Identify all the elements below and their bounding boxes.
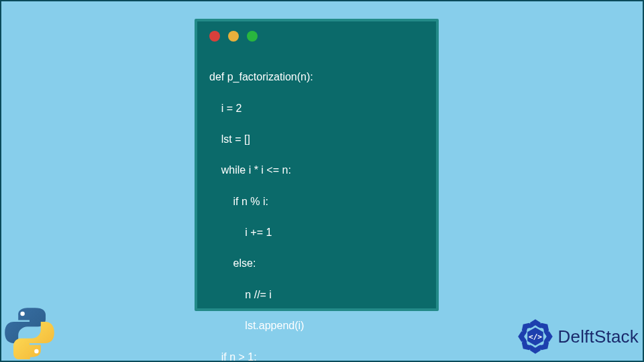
- code-line: i += 1: [209, 225, 424, 240]
- code-line: lst.append(i): [209, 318, 424, 333]
- minimize-dot-icon: [228, 31, 239, 42]
- code-line: if n % i:: [209, 194, 424, 209]
- svg-text:</>: </>: [528, 333, 541, 341]
- code-body: def p_factorization(n): i = 2 lst = [] w…: [197, 46, 436, 362]
- delftstack-badge-icon: </>: [517, 318, 554, 355]
- code-line: while i * i <= n:: [209, 162, 424, 178]
- brand-name: DelftStack: [558, 326, 639, 347]
- code-line: else:: [209, 255, 424, 271]
- maximize-dot-icon: [247, 31, 258, 42]
- code-line: i = 2: [209, 101, 424, 116]
- code-window: def p_factorization(n): i = 2 lst = [] w…: [195, 19, 439, 311]
- code-line: if n > 1:: [209, 349, 424, 362]
- code-line: def p_factorization(n):: [209, 69, 424, 84]
- svg-point-1: [34, 349, 38, 353]
- window-titlebar: [197, 21, 436, 46]
- close-dot-icon: [209, 31, 220, 42]
- code-line: lst = []: [209, 131, 424, 147]
- svg-point-0: [20, 312, 24, 316]
- python-logo-icon: [3, 306, 56, 359]
- code-line: n //= i: [209, 287, 424, 302]
- brand: </> DelftStack: [517, 318, 639, 355]
